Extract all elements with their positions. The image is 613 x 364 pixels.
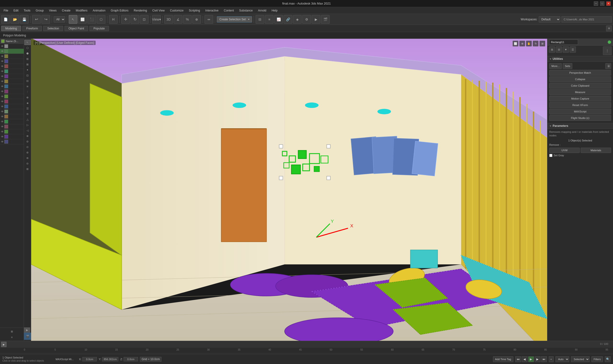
add-keys-button[interactable]: + <box>549 356 554 362</box>
menu-content[interactable]: Content <box>221 8 236 13</box>
menu-scripting[interactable]: Scripting <box>186 8 203 13</box>
viewport-zoom[interactable]: ⊕ <box>519 41 525 46</box>
visibility-eye-icon[interactable]: 👁 <box>1 130 4 133</box>
menu-civil-view[interactable]: Civil View <box>150 8 167 13</box>
tool-icon-10[interactable]: ⋮ <box>25 89 31 94</box>
align-button[interactable]: ⊟ <box>256 15 264 24</box>
add-time-tag-button[interactable]: Add Time Tag <box>493 356 513 362</box>
visibility-eye-icon[interactable]: 👁 <box>1 140 4 143</box>
undo-button[interactable]: ↩ <box>32 15 41 24</box>
list-item[interactable]: 👁 <box>0 119 24 124</box>
open-button[interactable]: 📂 <box>11 15 19 24</box>
viewport-pan[interactable]: ✋ <box>526 41 532 46</box>
prev-frame-button[interactable]: ◀ <box>522 356 528 362</box>
menu-tools[interactable]: Tools <box>21 8 33 13</box>
select-window-button[interactable]: ⬛ <box>87 15 96 24</box>
tool-icon-12[interactable]: ◈ <box>25 100 31 105</box>
auto-key-dropdown[interactable]: Auto <box>556 356 569 362</box>
list-item[interactable]: 👁 <box>0 134 24 139</box>
maxscript-button[interactable]: MAXScript <box>549 109 611 114</box>
y-value[interactable]: 856.302cm <box>102 357 118 361</box>
select-region-button[interactable]: ⬜ <box>78 15 87 24</box>
list-item[interactable]: 👁 <box>0 129 24 134</box>
curve-editor[interactable]: 📈 <box>274 15 283 24</box>
viewport-orbit[interactable]: ↻ <box>533 41 539 46</box>
visibility-eye-icon[interactable]: 👁 <box>1 115 4 118</box>
tool-icon-9[interactable]: ≋ <box>25 84 31 89</box>
maximize-button[interactable]: □ <box>600 1 604 6</box>
menu-graph-editors[interactable]: Graph Editors <box>108 8 131 13</box>
menu-group[interactable]: Group <box>33 8 46 13</box>
visibility-eye-icon[interactable]: 👁 <box>1 75 4 78</box>
list-item[interactable]: 👁 <box>0 74 24 79</box>
tool-icon-3[interactable]: ⬢ <box>25 51 31 56</box>
visibility-eye-icon[interactable]: 👁 <box>1 95 4 98</box>
materials-button[interactable]: Materials <box>581 148 611 153</box>
selected-dropdown[interactable]: Selected <box>571 356 589 362</box>
workspace-dropdown[interactable]: Default <box>539 16 560 23</box>
menu-views[interactable]: Views <box>46 8 59 13</box>
search-button[interactable]: 🔍 <box>605 356 611 362</box>
visibility-eye-icon[interactable]: 👁 <box>1 105 4 108</box>
menu-modifiers[interactable]: Modifiers <box>73 8 90 13</box>
tool-icon-6[interactable]: ✦ <box>25 67 31 73</box>
visibility-eye-icon[interactable]: 👁 <box>1 120 4 123</box>
tool-icon-23[interactable]: ⊝ <box>25 161 31 166</box>
camera-icon[interactable]: 🎬 <box>24 333 31 340</box>
select-icon[interactable]: ↖ <box>25 40 31 45</box>
menu-animation[interactable]: Animation <box>90 8 108 13</box>
stack-btn-3[interactable]: ▼ <box>563 46 569 53</box>
next-frame-button[interactable]: ▶ <box>535 356 540 362</box>
stack-btn-4[interactable]: ☰ <box>570 46 576 53</box>
viewport-3d[interactable]: [+] [Perspective] [User Defined] [Edged … <box>31 39 547 341</box>
list-item[interactable]: 👁 <box>0 104 24 109</box>
schematic-view[interactable]: 🔗 <box>284 15 292 24</box>
render-production[interactable]: 🎬 <box>321 15 330 24</box>
x-value[interactable]: 0.0cm <box>82 357 97 361</box>
material-editor[interactable]: ◈ <box>293 15 301 24</box>
tool-icon-22[interactable]: ⊛ <box>25 155 31 161</box>
sets-button[interactable]: Sets <box>563 63 572 69</box>
list-item[interactable]: 👁 <box>0 69 24 74</box>
render-setup[interactable]: ⚙ <box>302 15 311 24</box>
color-clipboard-button[interactable]: Color Clipboard <box>549 83 611 89</box>
layer-manager[interactable]: ≡ <box>265 15 273 24</box>
reset-xform-button[interactable]: Reset XForm <box>549 102 611 108</box>
list-item[interactable]: 👁 <box>0 109 24 114</box>
visibility-eye-icon[interactable]: 👁 <box>1 100 4 103</box>
menu-rendering[interactable]: Rendering <box>131 8 149 13</box>
tool-icon-20[interactable]: ⊙ <box>25 144 31 150</box>
list-item[interactable]: 👁 <box>0 99 24 104</box>
bottom-icon-2[interactable]: ≡ <box>9 335 15 340</box>
visibility-eye-icon[interactable]: 👁 <box>1 80 4 83</box>
flight-studio-button[interactable]: Flight Studio (c) <box>549 115 611 121</box>
menu-substance[interactable]: Substance <box>237 8 255 13</box>
tool-icon-24[interactable]: ⊞ <box>25 166 31 172</box>
minimize-button[interactable]: ─ <box>594 1 598 6</box>
list-item[interactable]: 👁 <box>0 49 24 54</box>
visibility-eye-icon[interactable]: 👁 <box>1 55 4 58</box>
tool-icon-13[interactable]: ☰ <box>25 106 31 111</box>
tool-icon-7[interactable]: ⊡ <box>25 73 31 78</box>
select-object-button[interactable]: ↖ <box>69 15 77 24</box>
menu-interactive[interactable]: Interactive <box>203 8 221 13</box>
menu-file[interactable]: File <box>1 8 11 13</box>
visibility-eye-icon[interactable]: 👁 <box>1 90 4 93</box>
parameters-section-header[interactable]: ▼ Parameters <box>547 123 613 129</box>
scale-button[interactable]: ⊡ <box>140 15 149 24</box>
visibility-eye-icon[interactable]: 👁 <box>1 70 4 73</box>
tab-freeform[interactable]: Freeform <box>22 26 42 31</box>
new-button[interactable]: 📄 <box>1 15 10 24</box>
visibility-eye-icon[interactable]: 👁 <box>1 125 4 128</box>
redo-button[interactable]: ↪ <box>41 15 50 24</box>
ribbon-options[interactable]: ⚙ <box>606 26 612 31</box>
spinner-snap[interactable]: ⊕ <box>192 15 201 24</box>
list-item[interactable]: 👁 <box>0 114 24 119</box>
visibility-eye-icon[interactable]: 👁 <box>1 60 4 63</box>
object-name-field[interactable] <box>549 39 578 45</box>
viewport-maximize[interactable]: ⬜ <box>513 41 518 46</box>
tab-selection[interactable]: Selection <box>43 26 63 31</box>
perspective-match-button[interactable]: Perspective Match <box>549 70 611 76</box>
z-value[interactable]: 0.0cm <box>123 357 138 361</box>
tool-icon-8[interactable]: ⊟ <box>25 78 31 84</box>
